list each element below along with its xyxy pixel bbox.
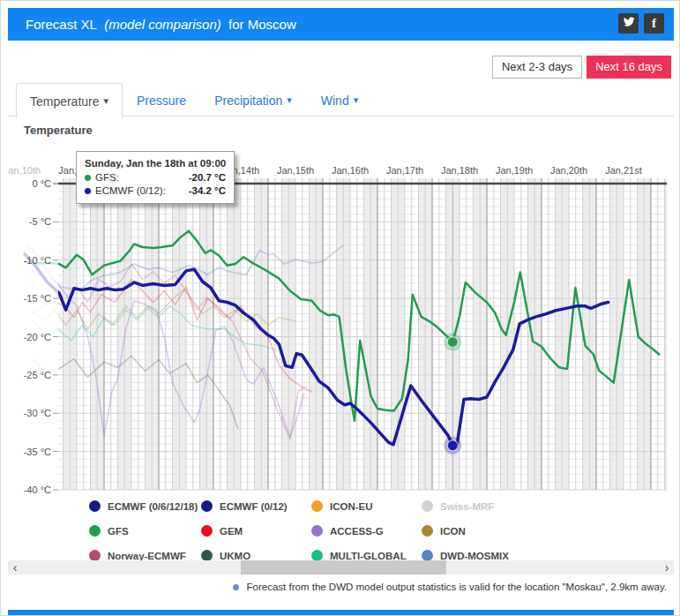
page-title-location: for Moscow: [228, 17, 296, 32]
social-buttons: f: [618, 13, 664, 34]
bottom-accent-bar: [8, 610, 674, 616]
forecast-xl-page: Forecast XL (model comparison) for Mosco…: [0, 0, 680, 616]
legend-label: Norway-ECMWF: [108, 551, 186, 561]
legend-item-access-g[interactable]: ACCESS-G: [311, 525, 384, 537]
hovered-point-marker[interactable]: [447, 440, 458, 451]
legend-label: ACCESS-G: [330, 526, 384, 537]
tab-precipitation-label: Precipitation: [214, 94, 282, 108]
legend-item-swiss-mrf[interactable]: Swiss-MRF: [422, 500, 494, 512]
hovered-point-marker[interactable]: [447, 337, 458, 348]
legend-item-icon-eu[interactable]: ICON-EU: [311, 500, 373, 512]
legend-label: DWD-MOSMIX: [440, 551, 509, 561]
chart-horizontal-scrollbar[interactable]: ‹ ›: [8, 560, 674, 575]
legend-dot-icon: [311, 500, 323, 512]
legend-dot-icon: [422, 525, 433, 537]
y-axis-tick-label: -40 °C: [24, 485, 51, 495]
tab-temperature-label: Temperature: [30, 94, 100, 109]
tooltip-row-gfs: GFS: -20.7 °C: [85, 172, 226, 183]
legend-label: ICON-EU: [330, 501, 373, 512]
y-axis-tick-label: -35 °C: [24, 447, 51, 457]
legend-label: GEM: [220, 526, 243, 537]
scroll-left-arrow-icon[interactable]: ‹: [8, 560, 22, 575]
chart-tooltip: Sunday, Jan the 18th at 09:00 GFS: -20.7…: [76, 151, 235, 204]
legend-label: ICON: [440, 526, 466, 537]
chart-title: Temperature: [24, 124, 93, 137]
x-axis-tick-label: Jan,15th: [277, 165, 314, 176]
twitter-icon: [623, 16, 635, 31]
facebook-share-button[interactable]: f: [644, 13, 664, 34]
page-title-subtitle: (model comparison): [104, 17, 221, 32]
x-axis-tick-label: Jan,18th: [441, 165, 478, 176]
page-title-main: Forecast XL: [26, 17, 97, 32]
tooltip-series-value: -34.2 °C: [189, 185, 226, 196]
legend-dot-icon: [89, 500, 101, 512]
tab-wind[interactable]: Wind ▾: [311, 84, 368, 116]
next-16-days-button[interactable]: Next 16 days: [587, 56, 671, 79]
y-axis-tick-label: -15 °C: [24, 293, 51, 304]
scrollbar-thumb[interactable]: [241, 560, 446, 575]
x-axis-tick-label: Jan,21st: [605, 165, 642, 176]
x-axis-tick-label: Jan,10th: [8, 165, 41, 176]
legend-label: MULTI-GLOBAL: [330, 551, 407, 561]
tooltip-title: Sunday, Jan the 18th at 09:00: [85, 158, 226, 169]
tooltip-series-value: -20.7 °C: [189, 172, 226, 183]
legend-label: UKMO: [220, 551, 250, 561]
next-2-3-days-button[interactable]: Next 2-3 days: [492, 56, 582, 79]
y-axis-tick-label: -10 °C: [24, 255, 51, 266]
legend-item-ecmwf-0-12-[interactable]: ECMWF (0/12): [201, 500, 288, 512]
legend-label: ECMWF (0/12): [220, 501, 288, 512]
header-bar: Forecast XL (model comparison) for Mosco…: [8, 8, 674, 41]
bullet-icon: [233, 584, 239, 590]
series-dot-icon: [85, 188, 91, 194]
range-buttons: Next 2-3 days Next 16 days: [492, 56, 671, 79]
tab-precipitation[interactable]: Precipitation ▾: [204, 84, 303, 116]
y-axis-tick-label: -20 °C: [24, 332, 51, 342]
facebook-icon: f: [652, 16, 656, 31]
tab-temperature[interactable]: Temperature ▾: [16, 83, 123, 118]
y-axis-tick-label: -5 °C: [29, 216, 51, 227]
dwd-footnote-text: Forecast from the DWD model output stati…: [247, 582, 667, 592]
chevron-down-icon: ▾: [287, 94, 292, 106]
chevron-down-icon: ▾: [104, 95, 109, 107]
legend-label: GFS: [108, 526, 129, 537]
dwd-footnote: Forecast from the DWD model output stati…: [8, 582, 667, 592]
legend-item-icon[interactable]: ICON: [422, 525, 466, 537]
tooltip-series-name: GFS:: [95, 172, 119, 183]
legend-dot-icon: [89, 525, 101, 537]
page-title: Forecast XL (model comparison) for Mosco…: [8, 17, 296, 32]
legend-item-gem[interactable]: GEM: [201, 525, 243, 537]
y-axis-tick-label: 0 °C: [32, 178, 51, 189]
y-axis-tick-label: -25 °C: [24, 370, 51, 380]
tooltip-row-ecmwf: ECMWF (0/12): -34.2 °C: [85, 185, 226, 196]
x-axis-tick-label: Jan,16th: [332, 165, 369, 176]
tab-pressure-label: Pressure: [137, 94, 186, 108]
legend-item-gfs[interactable]: GFS: [89, 525, 129, 537]
legend-item-ecmwf-0-6-12-18-[interactable]: ECMWF (0/6/12/18): [89, 500, 198, 512]
x-axis-tick-label: Jan,17th: [386, 165, 423, 176]
legend-dot-icon: [201, 500, 213, 512]
legend-label: ECMWF (0/6/12/18): [108, 501, 198, 512]
y-axis-tick-label: -30 °C: [24, 408, 51, 418]
legend-dot-icon: [422, 500, 433, 512]
chart-legend: ECMWF (0/6/12/18)ECMWF (0/12)ICON-EUSwis…: [8, 498, 674, 561]
x-axis-tick-label: Jan,19th: [496, 165, 533, 176]
tooltip-series-name: ECMWF (0/12):: [95, 185, 166, 196]
tab-wind-label: Wind: [321, 94, 349, 108]
series-dot-icon: [85, 175, 91, 181]
legend-dot-icon: [201, 525, 213, 537]
chevron-down-icon: ▾: [354, 94, 359, 106]
x-axis-tick-label: Jan,20th: [550, 165, 587, 176]
twitter-share-button[interactable]: [618, 13, 639, 34]
legend-label: Swiss-MRF: [440, 501, 494, 512]
legend-dot-icon: [311, 525, 323, 537]
scroll-right-arrow-icon[interactable]: ›: [660, 560, 674, 575]
tab-pressure[interactable]: Pressure: [131, 84, 192, 116]
